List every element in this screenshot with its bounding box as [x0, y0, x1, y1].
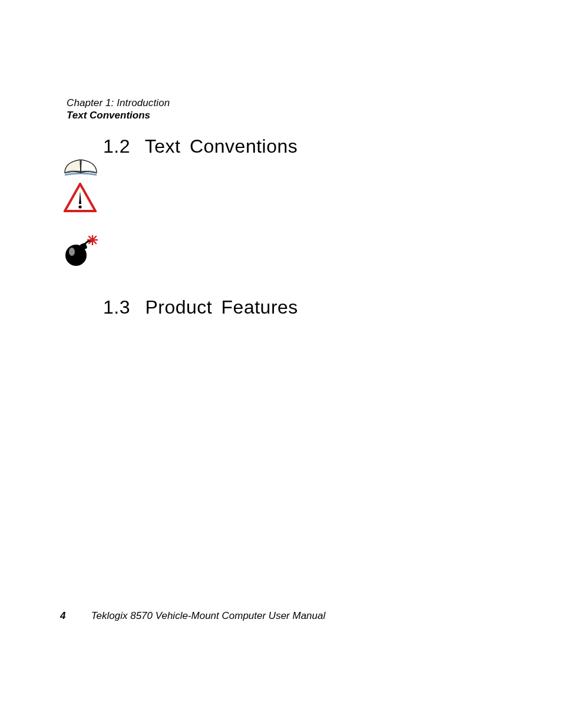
heading-1-2: 1.2 Text Conventions [103, 136, 297, 157]
bomb-icon [62, 235, 98, 269]
svg-point-2 [69, 248, 75, 256]
heading-title: Text Conventions [145, 136, 297, 157]
manual-page: Chapter 1: Introduction Text Conventions… [0, 0, 562, 728]
heading-number: 1.3 [103, 297, 136, 318]
heading-title: Product Features [145, 297, 297, 318]
page-number: 4 [60, 610, 88, 622]
heading-number: 1.2 [103, 136, 136, 157]
svg-point-0 [78, 205, 81, 208]
heading-1-3: 1.3 Product Features [103, 297, 298, 318]
warning-triangle-icon [64, 183, 97, 216]
chapter-line: Chapter 1: Introduction [67, 97, 170, 109]
section-name: Text Conventions [67, 110, 170, 121]
page-footer: 4 Teklogix 8570 Vehicle-Mount Computer U… [60, 610, 325, 622]
page-header: Chapter 1: Introduction Text Conventions [67, 97, 170, 121]
open-book-icon [61, 156, 100, 180]
manual-title: Teklogix 8570 Vehicle-Mount Computer Use… [91, 610, 326, 621]
